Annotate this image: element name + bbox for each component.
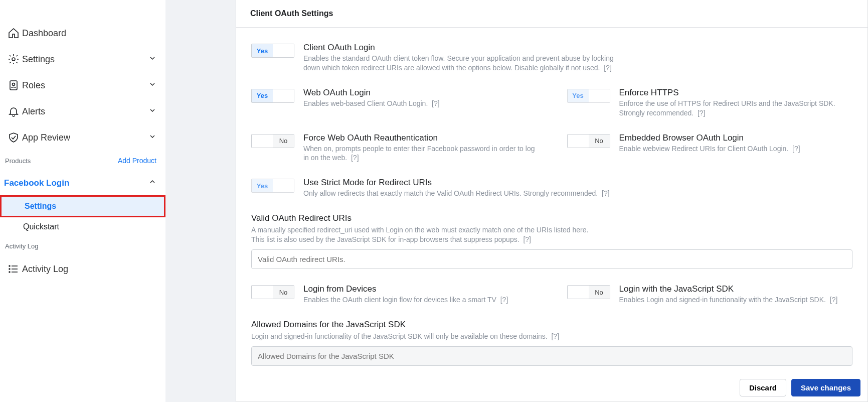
sidebar-item-label: Alerts xyxy=(22,106,45,117)
svg-point-7 xyxy=(9,269,10,270)
help-icon[interactable]: [?] xyxy=(432,99,440,107)
toggle-client-oauth[interactable]: Yes No xyxy=(251,44,294,58)
toggle-yes: Yes xyxy=(568,89,589,102)
setting-desc-client-oauth: Enables the standard OAuth client token … xyxy=(303,54,622,73)
help-icon[interactable]: [?] xyxy=(351,154,359,162)
chevron-down-icon xyxy=(148,80,156,91)
toggle-yes: Yes xyxy=(252,286,273,299)
chevron-down-icon xyxy=(148,106,156,117)
toggle-strict-mode: Yes No xyxy=(251,179,294,193)
toggle-no: No xyxy=(273,135,294,148)
toggle-yes: Yes xyxy=(568,135,589,148)
toggle-yes: Yes xyxy=(252,135,273,148)
help-icon[interactable]: [?] xyxy=(698,109,706,117)
toggle-yes: Yes xyxy=(252,89,273,102)
chevron-up-icon xyxy=(148,178,156,188)
page-title: Client OAuth Settings xyxy=(236,0,867,28)
help-icon[interactable]: [?] xyxy=(830,296,838,304)
bell-icon xyxy=(5,105,22,117)
app-root: Dashboard Settings Roles Alerts App Revi… xyxy=(0,0,868,402)
setting-desc-login-js-sdk: Enables Login and signed-in functionalit… xyxy=(619,295,853,305)
toggle-web-oauth[interactable]: Yes No xyxy=(251,89,294,103)
product-label: Facebook Login xyxy=(4,178,69,188)
toggle-no: No xyxy=(589,135,610,148)
discard-button[interactable]: Discard xyxy=(740,379,786,396)
home-icon xyxy=(5,27,22,39)
sidebar-item-label: App Review xyxy=(22,132,70,143)
allowed-domains-block: Allowed Domains for the JavaScript SDK L… xyxy=(251,320,852,366)
sidebar-item-label: Settings xyxy=(22,54,55,65)
setting-desc-strict-mode: Only allow redirects that exactly match … xyxy=(303,189,852,198)
toggle-no: No xyxy=(273,179,294,192)
products-label: Products xyxy=(5,157,31,165)
setting-title-login-js-sdk: Login with the JavaScript SDK xyxy=(619,284,853,294)
badge-icon xyxy=(5,79,22,91)
settings-content: Yes No Client OAuth Login Enables the st… xyxy=(236,28,867,401)
toggle-enforce-https: Yes No xyxy=(567,89,610,103)
shield-check-icon xyxy=(5,131,22,144)
setting-desc-enforce-https: Enforce the use of HTTPS for Redirect UR… xyxy=(619,99,853,118)
toggle-no: No xyxy=(589,286,610,299)
products-header: Products Add Product xyxy=(0,151,165,171)
product-subitems: Settings Quickstart xyxy=(0,195,165,236)
save-button[interactable]: Save changes xyxy=(791,379,860,396)
toggle-embedded[interactable]: Yes No xyxy=(567,134,610,148)
toggle-no: No xyxy=(273,89,294,102)
sidebar-item-label: Activity Log xyxy=(22,264,68,275)
help-icon[interactable]: [?] xyxy=(500,296,508,304)
sidebar-item-label: Roles xyxy=(22,80,45,91)
sidebar: Dashboard Settings Roles Alerts App Revi… xyxy=(0,0,165,402)
svg-point-2 xyxy=(13,83,15,86)
toggle-yes: Yes xyxy=(252,44,273,57)
help-icon[interactable]: [?] xyxy=(604,64,612,72)
field-desc-redirect-uris: A manually specified redirect_uri used w… xyxy=(251,225,852,244)
svg-point-6 xyxy=(9,265,10,266)
help-icon[interactable]: [?] xyxy=(602,189,610,197)
setting-title-login-devices: Login from Devices xyxy=(303,284,537,294)
subitem-label: Settings xyxy=(25,202,56,210)
field-title-allowed-domains: Allowed Domains for the JavaScript SDK xyxy=(251,320,852,330)
setting-desc-force-reauth: When on, prompts people to enter their F… xyxy=(303,144,537,163)
setting-desc-web-oauth: Enables web-based Client OAuth Login. [?… xyxy=(303,99,537,108)
sidebar-item-activity-log[interactable]: Activity Log xyxy=(0,256,165,282)
sidebar-item-roles[interactable]: Roles xyxy=(0,72,165,98)
toggle-force-reauth[interactable]: Yes No xyxy=(251,134,294,148)
toggle-no: No xyxy=(589,89,610,102)
sidebar-item-app-review[interactable]: App Review xyxy=(0,124,165,151)
toggle-no: No xyxy=(273,44,294,57)
field-desc-allowed-domains: Login and signed-in functionality of the… xyxy=(251,332,852,341)
subitem-label: Quickstart xyxy=(23,222,59,231)
content-gutter xyxy=(165,0,236,402)
toggle-login-devices[interactable]: Yes No xyxy=(251,285,294,299)
allowed-domains-input[interactable] xyxy=(251,346,852,366)
help-icon[interactable]: [?] xyxy=(523,235,531,243)
toggle-no: No xyxy=(273,286,294,299)
svg-point-0 xyxy=(12,58,15,61)
chevron-down-icon xyxy=(148,132,156,143)
setting-title-force-reauth: Force Web OAuth Reauthentication xyxy=(303,133,537,143)
toggle-yes: Yes xyxy=(568,286,589,299)
product-subitem-quickstart[interactable]: Quickstart xyxy=(0,217,165,236)
setting-title-enforce-https: Enforce HTTPS xyxy=(619,88,853,98)
setting-desc-embedded: Enable webview Redirect URIs for Client … xyxy=(619,144,853,154)
setting-title-embedded: Embedded Browser OAuth Login xyxy=(619,133,853,143)
setting-title-web-oauth: Web OAuth Login xyxy=(303,88,537,98)
sidebar-item-alerts[interactable]: Alerts xyxy=(0,98,165,124)
redirect-uris-input[interactable] xyxy=(251,249,852,269)
activity-log-header: Activity Log xyxy=(0,236,165,256)
gear-icon xyxy=(5,53,22,65)
product-subitem-settings[interactable]: Settings xyxy=(0,195,165,217)
redirect-uris-block: Valid OAuth Redirect URIs A manually spe… xyxy=(251,213,852,269)
footer-actions: Discard Save changes xyxy=(740,379,860,396)
setting-desc-login-devices: Enables the OAuth client login flow for … xyxy=(303,295,537,305)
sidebar-item-dashboard[interactable]: Dashboard xyxy=(0,20,165,46)
field-title-redirect-uris: Valid OAuth Redirect URIs xyxy=(251,213,852,223)
product-facebook-login[interactable]: Facebook Login xyxy=(0,171,165,195)
sidebar-item-settings[interactable]: Settings xyxy=(0,46,165,72)
help-icon[interactable]: [?] xyxy=(792,145,800,153)
help-icon[interactable]: [?] xyxy=(551,332,559,340)
setting-title-client-oauth: Client OAuth Login xyxy=(303,43,622,53)
main-panel: Client OAuth Settings Yes No Client OAut… xyxy=(236,0,868,402)
toggle-login-js-sdk[interactable]: Yes No xyxy=(567,285,610,299)
add-product-link[interactable]: Add Product xyxy=(118,157,156,165)
